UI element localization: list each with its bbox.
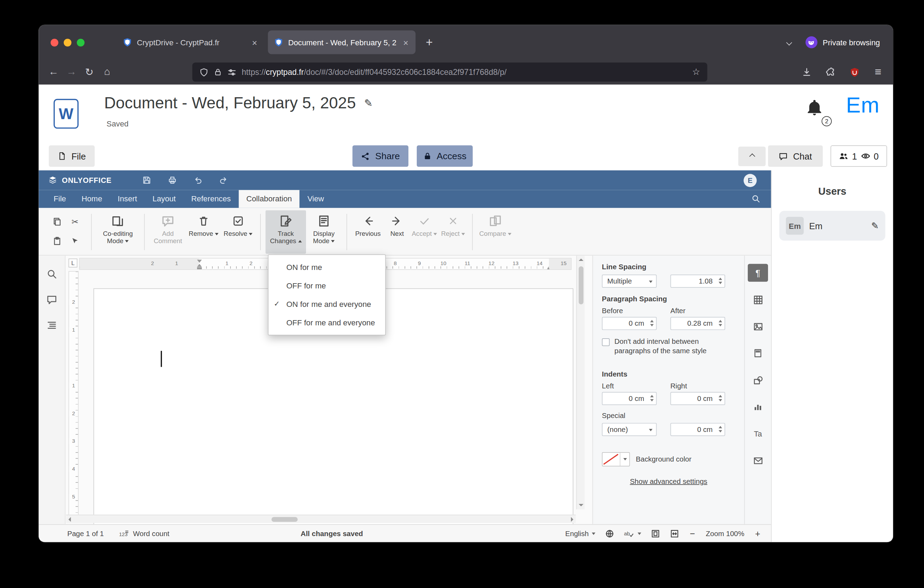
menu-hamburger-icon[interactable]: ≡ xyxy=(870,63,887,81)
reject-change-button[interactable]: Reject xyxy=(439,210,467,254)
indent-right-spinner[interactable]: 0 cm xyxy=(670,392,725,405)
share-button[interactable]: Share xyxy=(352,145,408,167)
menu-tab-layout[interactable]: Layout xyxy=(145,190,183,208)
image-settings-icon[interactable] xyxy=(748,317,768,335)
edit-name-pencil-icon[interactable]: ✎ xyxy=(871,220,879,231)
zoom-in-button[interactable]: + xyxy=(754,529,761,538)
redo-icon[interactable] xyxy=(219,175,228,185)
home-button[interactable]: ⌂ xyxy=(98,63,116,81)
resolve-button[interactable]: Resolve xyxy=(221,210,255,254)
remove-comment-button[interactable]: Remove xyxy=(186,210,221,254)
menu-tab-home[interactable]: Home xyxy=(74,190,110,208)
shield-icon[interactable] xyxy=(200,68,208,77)
search-icon[interactable] xyxy=(751,194,761,205)
extensions-puzzle-icon[interactable] xyxy=(822,63,840,81)
permissions-icon[interactable] xyxy=(227,68,236,77)
forward-button[interactable]: → xyxy=(63,63,81,81)
chart-settings-icon[interactable] xyxy=(748,398,768,416)
new-tab-button[interactable]: + xyxy=(420,36,438,49)
display-mode-button[interactable]: Display Mode xyxy=(306,210,342,254)
participants-pill[interactable]: 1 0 xyxy=(831,145,887,167)
language-selector[interactable]: English xyxy=(565,529,595,537)
indent-marker[interactable] xyxy=(196,259,202,270)
text-art-settings-icon[interactable]: Ta xyxy=(748,424,768,443)
ublock-extension-icon[interactable] xyxy=(845,63,863,81)
access-button[interactable]: Access xyxy=(417,145,473,167)
horizontal-scrollbar-thumb[interactable] xyxy=(272,517,298,522)
spacing-before-spinner[interactable]: 0 cm xyxy=(602,317,657,330)
chat-button[interactable]: Chat xyxy=(768,145,823,167)
maximize-window-button[interactable] xyxy=(77,38,84,46)
special-select[interactable]: (none) xyxy=(602,423,657,436)
menu-tab-insert[interactable]: Insert xyxy=(110,190,145,208)
menu-tab-references[interactable]: References xyxy=(183,190,239,208)
menu-tab-collaboration[interactable]: Collaboration xyxy=(239,190,299,208)
right-indent-marker[interactable] xyxy=(545,264,551,270)
file-menu-button[interactable]: File xyxy=(49,145,95,167)
no-interval-checkbox[interactable] xyxy=(602,338,610,346)
reload-button[interactable]: ↻ xyxy=(81,63,98,81)
vertical-scrollbar[interactable] xyxy=(576,256,584,509)
add-comment-button[interactable]: Add Comment xyxy=(149,210,186,254)
line-spacing-spinner[interactable]: 1.08 xyxy=(670,274,725,288)
dropdown-item-on-for-me[interactable]: ON for me xyxy=(269,258,385,276)
vertical-scrollbar-thumb[interactable] xyxy=(579,266,584,304)
dropdown-item-off-for-me[interactable]: OFF for me xyxy=(269,276,385,295)
undo-icon[interactable] xyxy=(193,175,203,185)
spell-check-toggle[interactable]: ab xyxy=(624,529,641,538)
user-list-item[interactable]: Em Em ✎ xyxy=(779,211,885,241)
save-icon[interactable] xyxy=(142,175,152,185)
track-changes-button[interactable]: Track Changes xyxy=(266,210,306,254)
word-count-button[interactable]: 123 Word count xyxy=(119,529,170,538)
horizontal-scrollbar[interactable] xyxy=(66,514,576,523)
previous-change-button[interactable]: Previous xyxy=(352,210,384,254)
menu-tab-file[interactable]: File xyxy=(46,190,74,208)
tab-cryptdrive[interactable]: CryptDrive - CryptPad.fr × xyxy=(117,30,264,54)
dropdown-item-off-for-everyone[interactable]: OFF for me and everyone xyxy=(269,313,385,332)
edit-title-pencil-icon[interactable]: ✎ xyxy=(364,97,373,110)
tab-document[interactable]: Document - Wed, February 5, 2 × xyxy=(268,30,416,54)
indent-left-spinner[interactable]: 0 cm xyxy=(602,392,657,405)
find-icon[interactable] xyxy=(43,265,61,283)
show-advanced-settings-link[interactable]: Show advanced settings xyxy=(593,477,744,486)
close-icon[interactable]: × xyxy=(402,37,410,47)
background-color-picker[interactable] xyxy=(602,452,630,466)
downloads-icon[interactable] xyxy=(798,63,815,81)
back-button[interactable]: ← xyxy=(45,63,62,81)
spacing-after-spinner[interactable]: 0.28 cm xyxy=(670,317,725,330)
print-icon[interactable] xyxy=(168,175,177,185)
account-avatar[interactable]: Em xyxy=(846,93,880,118)
url-bar[interactable]: https://cryptpad.fr/doc/#/3/doc/edit/ff0… xyxy=(192,63,707,82)
fit-width-icon[interactable] xyxy=(670,529,679,538)
special-amount-spinner[interactable]: 0 cm xyxy=(670,423,725,436)
editor-user-avatar[interactable]: E xyxy=(744,173,757,187)
globe-icon[interactable] xyxy=(605,529,614,538)
menu-tab-view[interactable]: View xyxy=(300,190,332,208)
accept-change-button[interactable]: Accept xyxy=(410,210,439,254)
header-footer-settings-icon[interactable] xyxy=(748,344,768,362)
shape-settings-icon[interactable] xyxy=(748,371,768,389)
mail-merge-settings-icon[interactable] xyxy=(748,451,768,469)
dropdown-item-on-for-everyone[interactable]: ✓ON for me and everyone xyxy=(269,295,385,313)
comments-icon[interactable] xyxy=(43,291,61,309)
close-window-button[interactable] xyxy=(51,38,58,46)
select-icon[interactable] xyxy=(71,237,79,245)
copy-icon[interactable] xyxy=(52,217,62,226)
navigation-headings-icon[interactable] xyxy=(43,316,61,334)
paste-icon[interactable] xyxy=(52,236,62,246)
fit-page-icon[interactable] xyxy=(651,529,660,538)
lock-icon[interactable] xyxy=(214,68,222,76)
close-icon[interactable]: × xyxy=(251,37,258,47)
list-tabs-chevron-icon[interactable] xyxy=(786,40,792,45)
compare-button[interactable]: Compare xyxy=(477,210,513,254)
cut-icon[interactable]: ✂ xyxy=(71,217,78,226)
bookmark-star-icon[interactable]: ☆ xyxy=(692,67,700,78)
next-change-button[interactable]: Next xyxy=(384,210,410,254)
table-settings-icon[interactable] xyxy=(748,291,768,309)
coediting-mode-button[interactable]: Co-editing Mode xyxy=(96,210,139,254)
line-spacing-select[interactable]: Multiple xyxy=(602,274,657,288)
zoom-out-button[interactable]: − xyxy=(689,529,696,538)
notifications-bell-icon[interactable]: 2 xyxy=(806,99,831,126)
paragraph-settings-icon[interactable]: ¶ xyxy=(748,264,768,282)
minimize-window-button[interactable] xyxy=(64,38,71,46)
